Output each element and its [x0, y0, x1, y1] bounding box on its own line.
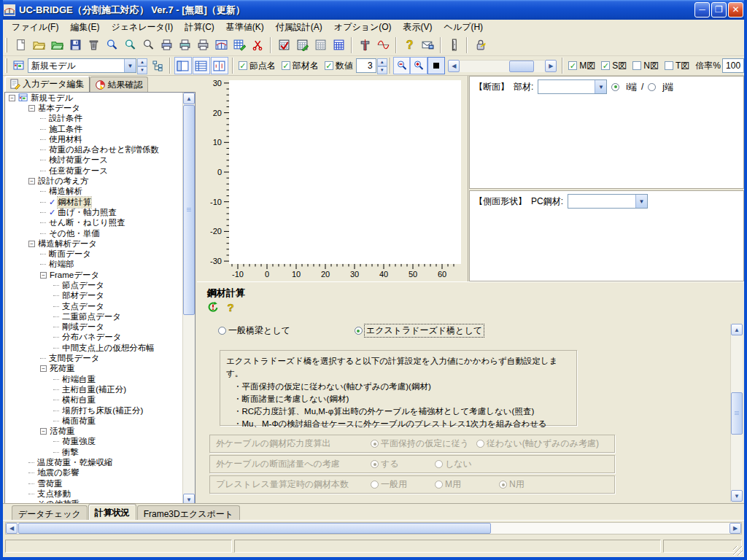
- tree-toggle-icon[interactable]: [150, 57, 167, 74]
- view-tree-pane-button[interactable]: [174, 57, 192, 74]
- delete-icon[interactable]: [85, 36, 102, 54]
- radio-icon[interactable]: [371, 440, 379, 448]
- tree-item[interactable]: 任意荷重ケース: [5, 166, 195, 176]
- ruler-icon[interactable]: [445, 36, 462, 54]
- scroll-left-icon[interactable]: ◀: [6, 523, 18, 534]
- j-end-radio[interactable]: [648, 83, 656, 91]
- tree-scrollbar[interactable]: ▲ ▼: [182, 93, 195, 505]
- option-radio[interactable]: 一般用: [371, 478, 427, 491]
- chevron-down-icon[interactable]: ▼: [595, 80, 606, 93]
- zoom-out-button[interactable]: [393, 57, 411, 74]
- scrollbar-thumb[interactable]: [183, 105, 195, 315]
- option-radio[interactable]: M用: [435, 478, 492, 491]
- print-icon[interactable]: [158, 36, 175, 54]
- resize-grip[interactable]: [733, 546, 743, 556]
- close-button[interactable]: ✕: [728, 2, 743, 18]
- tree-item[interactable]: 雪荷重: [5, 478, 195, 489]
- option-radio[interactable]: 平面保持の仮定に従う: [371, 438, 469, 450]
- scroll-left-icon[interactable]: ◀: [448, 60, 460, 72]
- menu-item-h[interactable]: ヘルプ(H): [438, 20, 489, 35]
- zoom-fit-button[interactable]: [427, 57, 445, 74]
- count-spinner[interactable]: ▲▼: [377, 58, 387, 73]
- diagram-checkbox-T図[interactable]: T図: [665, 60, 689, 72]
- diagram-checkbox-N図[interactable]: N図: [632, 60, 659, 72]
- print-setup-icon[interactable]: [194, 36, 212, 54]
- scale-input[interactable]: 100: [722, 58, 744, 73]
- tree-item[interactable]: 部材データ: [5, 291, 195, 301]
- tree-item[interactable]: 桁端部: [5, 260, 195, 270]
- sidebar-tab-result-check[interactable]: 結果確認: [90, 77, 148, 92]
- diagram-checkbox-M図[interactable]: ✓M図: [568, 60, 595, 72]
- tree-item[interactable]: せん断・ねじり照査: [5, 218, 195, 228]
- tree-item[interactable]: 温度荷重・乾燥収縮: [5, 457, 195, 467]
- tree-item[interactable]: −構造解析データ: [5, 238, 195, 249]
- output-tab-Frame3Dエクスポート[interactable]: Frame3Dエクスポート: [137, 505, 240, 520]
- help-icon[interactable]: ?: [225, 301, 236, 316]
- view-split-pane-button[interactable]: [211, 57, 228, 74]
- output-tab-データチェック[interactable]: データチェック: [12, 505, 88, 520]
- tree-item[interactable]: 断面データ: [5, 249, 195, 259]
- moment-diagram-icon[interactable]: [374, 36, 392, 54]
- tree-item[interactable]: −設計の考え方: [5, 176, 195, 186]
- scrollbar-thumb[interactable]: [18, 523, 491, 534]
- save-icon[interactable]: [66, 36, 84, 54]
- menu-item-o[interactable]: オプション(O): [328, 20, 398, 35]
- scroll-up-icon[interactable]: ▲: [731, 324, 743, 335]
- tree-item[interactable]: 二重節点データ: [5, 311, 195, 322]
- tree-item[interactable]: 荷重強度: [5, 437, 195, 447]
- span-cut-icon[interactable]: [249, 36, 266, 54]
- tree-item[interactable]: −死荷重: [5, 364, 195, 374]
- tree-expander-icon[interactable]: −: [28, 178, 35, 184]
- radio-icon[interactable]: [476, 440, 484, 448]
- tree-item[interactable]: −基本データ: [5, 103, 195, 113]
- tree-expander-icon[interactable]: −: [40, 365, 47, 372]
- maximize-button[interactable]: ❐: [711, 2, 727, 18]
- checkbox-icon[interactable]: ✓: [601, 61, 610, 70]
- radio-icon[interactable]: [355, 327, 363, 335]
- tree-item[interactable]: 分布バネデータ: [5, 332, 195, 343]
- option-radio[interactable]: N用: [499, 478, 556, 491]
- calc-gray-icon[interactable]: [311, 36, 329, 54]
- calc-check-icon[interactable]: [275, 36, 293, 54]
- bridge-type-option[interactable]: エクストラドーズド橋として: [355, 324, 484, 337]
- tree-item[interactable]: 荷重の組み合わせと割増係数: [5, 144, 195, 155]
- refresh-warning-icon[interactable]: [207, 301, 219, 316]
- display-checkbox-節点名[interactable]: ✓節点名: [239, 60, 276, 72]
- calc-edit-icon[interactable]: [293, 36, 311, 54]
- tree-expander-icon[interactable]: −: [40, 428, 47, 435]
- tree-item[interactable]: 構造解析: [5, 187, 195, 197]
- model-spinner[interactable]: ▲▼: [137, 58, 147, 73]
- output-tab-計算状況[interactable]: 計算状況: [88, 504, 136, 520]
- display-checkbox-数値[interactable]: ✓数値: [325, 60, 353, 72]
- tree-item[interactable]: その他・単価: [5, 228, 195, 238]
- tree-item[interactable]: 横桁自重: [5, 395, 195, 405]
- support-mail-icon[interactable]: [419, 36, 436, 54]
- pan-scrollbar[interactable]: ◀ ▶: [448, 60, 557, 72]
- radio-icon[interactable]: [435, 481, 443, 489]
- tree-expander-icon[interactable]: −: [9, 95, 15, 101]
- pc-steel-select[interactable]: ▼: [568, 194, 648, 209]
- tree-item[interactable]: 施工条件: [5, 124, 195, 134]
- option-radio[interactable]: 従わない(軸ひずみのみ考慮): [476, 438, 599, 450]
- tree-item[interactable]: 支点データ: [5, 301, 195, 311]
- generator-icon[interactable]: [212, 36, 230, 54]
- tree-item[interactable]: 検討荷重ケース: [5, 155, 195, 166]
- tree-item[interactable]: 桁端自重: [5, 374, 195, 384]
- scroll-right-icon[interactable]: ▶: [545, 60, 557, 72]
- new-file-icon[interactable]: [12, 36, 29, 54]
- tree-item[interactable]: 中間支点上の仮想分布幅: [5, 343, 195, 353]
- zoom-area-icon[interactable]: [139, 36, 157, 54]
- menu-item-f[interactable]: ファイル(F): [6, 20, 64, 35]
- radio-icon[interactable]: [435, 460, 443, 468]
- radio-icon[interactable]: [371, 481, 379, 489]
- tree-expander-icon[interactable]: −: [40, 272, 47, 279]
- license-icon[interactable]: [471, 36, 489, 54]
- tree-expander-icon[interactable]: −: [28, 105, 35, 112]
- checkbox-icon[interactable]: ✓: [325, 61, 333, 70]
- print-preview-icon[interactable]: [176, 36, 193, 54]
- zoom-in-icon[interactable]: [103, 36, 120, 54]
- checkbox-icon[interactable]: ✓: [282, 61, 290, 70]
- table-edit-icon[interactable]: [231, 36, 248, 54]
- menu-item-a[interactable]: 付属設計(A): [270, 20, 328, 35]
- section-scrollbar[interactable]: ▲ ▼: [730, 324, 743, 502]
